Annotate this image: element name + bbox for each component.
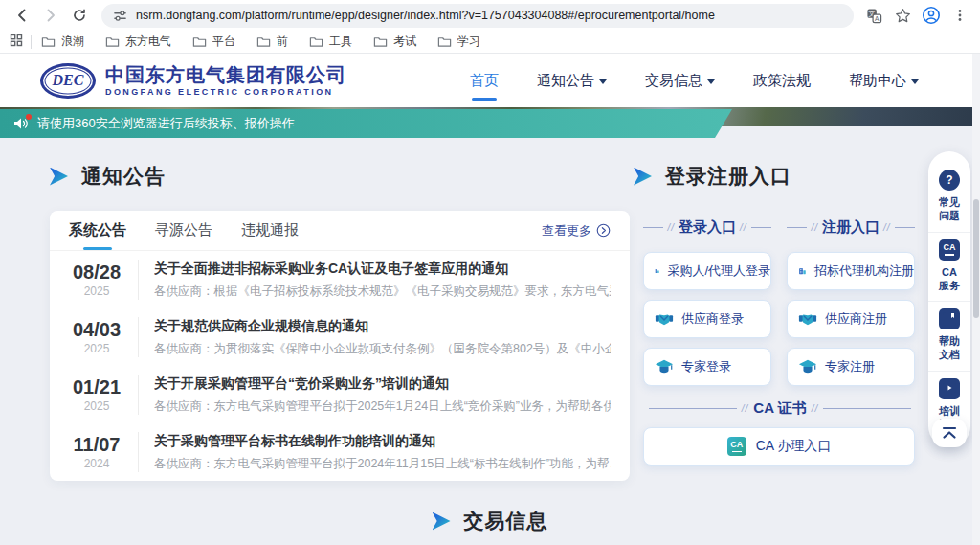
scrollbar-thumb[interactable] <box>973 199 979 318</box>
folder-icon <box>192 35 207 48</box>
notice-row[interactable]: 08/28 2025 关于全面推进非招标采购业务CA认证及电子签章应用的通知 各… <box>50 251 630 308</box>
notice-title: 关于采购管理平台标书在线制作功能培训的通知 <box>154 433 611 450</box>
bookmark-folder[interactable]: 东方电气 <box>105 34 171 50</box>
purchaser-agent-login-button[interactable]: 采购人/代理人登录 <box>643 252 771 290</box>
back-to-top-button[interactable] <box>932 419 967 447</box>
bookmark-label: 考试 <box>393 34 416 50</box>
bookmark-folder[interactable]: 学习 <box>437 34 480 50</box>
notice-title: 关于全面推进非招标采购业务CA认证及电子签章应用的通知 <box>154 261 611 278</box>
trade-info-section: 交易信息 <box>0 508 980 534</box>
notice-row[interactable]: 04/03 2025 关于规范供应商企业规模信息的通知 各供应商：为贯彻落实《保… <box>50 308 630 366</box>
building-icon <box>655 261 659 281</box>
ca-badge-icon: CA <box>727 437 746 456</box>
screen: nsrm.dongfang.com/platform/runtime/epp/d… <box>0 0 980 545</box>
notification-dot <box>26 114 32 120</box>
notice-date: 01/21 2025 <box>69 376 124 413</box>
notices-section-title: 通知公告 <box>50 163 630 190</box>
dec-logo-icon: DEC <box>40 63 96 99</box>
notices-card: 系统公告 寻源公告 违规通报 查看更多 08/28 2025 关于全 <box>50 211 630 481</box>
notice-title: 关于开展采购管理平台“竞价采购业务”培训的通知 <box>154 375 611 393</box>
hero-banner: 请使用360安全浏览器进行后续投标、报价操作 <box>0 107 980 140</box>
tab-system-notices[interactable]: 系统公告 <box>69 211 126 250</box>
ca-icon: CA <box>939 239 960 261</box>
divider <box>138 375 139 415</box>
notice-row[interactable]: 01/21 2025 关于开展采购管理平台“竞价采购业务”培训的通知 各供应商：… <box>50 366 630 423</box>
help-docs-item[interactable]: 帮助文档 <box>928 301 970 371</box>
notice-row[interactable]: 11/07 2024 关于采购管理平台标书在线制作功能培训的通知 各供应商：东方… <box>50 423 630 481</box>
ticker-text: 请使用360安全浏览器进行后续投标、报价操作 <box>37 115 295 132</box>
chevron-down-icon <box>911 79 919 84</box>
bookmark-folder[interactable]: 平台 <box>192 34 235 50</box>
bookmark-folder[interactable]: 工具 <box>309 34 352 50</box>
floating-toolbar: ? 常见问题 CA CA服务 帮助文档 培训视频 <box>928 151 970 447</box>
address-bar[interactable]: nsrm.dongfang.com/platform/runtime/epp/d… <box>101 4 854 28</box>
ca-cert-header: // CA 证书 // <box>634 399 917 418</box>
faq-item[interactable]: ? 常见问题 <box>928 163 970 232</box>
chevron-down-icon <box>599 79 607 84</box>
company-logo[interactable]: DEC 中国东方电气集团有限公司 DONGFANG ELECTRIC CORPO… <box>40 63 346 99</box>
expert-login-button[interactable]: 专家登录 <box>643 348 771 386</box>
login-section-title: 登录注册入口 <box>634 163 917 190</box>
url-text: nsrm.dongfang.com/platform/runtime/epp/d… <box>136 9 715 22</box>
divider <box>138 317 139 357</box>
expert-register-button[interactable]: 专家注册 <box>787 348 915 386</box>
ca-service-item[interactable]: CA CA服务 <box>928 232 970 302</box>
notice-date: 04/03 2025 <box>69 319 124 355</box>
profile-avatar-icon[interactable] <box>919 3 944 28</box>
nav-item-notices[interactable]: 通知公告 <box>537 72 607 90</box>
apps-grid-icon[interactable] <box>10 34 23 51</box>
back-icon[interactable] <box>10 3 34 28</box>
folder-icon <box>309 35 323 48</box>
handshake-icon <box>655 309 674 329</box>
site-nav: 首页 通知公告 交易信息 政策法规 帮助中心 <box>470 72 919 90</box>
entry-buttons-grid: 采购人/代理人登录 招标代理机构注册 供应商登录 供应商注册 专家登录 <box>634 252 917 386</box>
ca-apply-button[interactable]: CA CA 办理入口 <box>643 427 915 466</box>
handshake-icon <box>798 309 817 329</box>
reload-icon[interactable] <box>67 3 92 28</box>
training-video-icon <box>939 378 960 399</box>
supplier-register-button[interactable]: 供应商注册 <box>787 300 915 338</box>
section-arrow-icon <box>50 168 68 186</box>
announcement-ribbon: 请使用360安全浏览器进行后续投标、报价操作 <box>0 109 732 138</box>
folder-icon <box>105 35 120 48</box>
bookmark-folder[interactable]: 浪潮 <box>41 34 84 50</box>
menu-kebab-icon[interactable] <box>947 3 972 28</box>
notice-desc: 各供应商：东方电气采购管理平台拟于2025年1月24日上线“竞价采购”业务，为帮… <box>154 398 611 415</box>
folder-icon <box>437 35 452 48</box>
forward-icon[interactable] <box>38 3 63 28</box>
bookmarks-separator <box>31 35 32 49</box>
divider <box>138 260 139 300</box>
speaker-icon <box>13 117 29 130</box>
bookmark-folder[interactable]: 前 <box>256 34 288 50</box>
tab-sourcing-notices[interactable]: 寻源公告 <box>155 211 212 250</box>
bookmark-star-icon[interactable] <box>890 3 915 28</box>
tune-icon <box>113 9 127 23</box>
section-arrow-icon <box>634 168 652 186</box>
tab-violation-reports[interactable]: 违规通报 <box>241 211 299 250</box>
trade-info-title: 交易信息 <box>464 508 548 534</box>
nav-item-trade-info[interactable]: 交易信息 <box>645 72 715 90</box>
page-title: 通知公告 <box>81 163 166 190</box>
bookmark-label: 东方电气 <box>125 34 171 50</box>
question-icon: ? <box>939 170 960 191</box>
supplier-login-button[interactable]: 供应商登录 <box>643 300 771 338</box>
nav-item-help-center[interactable]: 帮助中心 <box>849 72 919 90</box>
login-entry-header: // 登录入口 // <box>643 218 771 237</box>
bookmark-folder[interactable]: 考试 <box>373 34 416 50</box>
graduation-cap-icon <box>798 357 817 376</box>
translate-icon[interactable]: 文A <box>861 3 886 28</box>
company-name-en: DONGFANG ELECTRIC CORPORATION <box>105 87 346 97</box>
nav-item-policies[interactable]: 政策法规 <box>753 72 811 90</box>
arrow-circle-icon <box>596 223 611 238</box>
site-header: DEC 中国东方电气集团有限公司 DONGFANG ELECTRIC CORPO… <box>0 54 980 107</box>
collapse-up-icon <box>941 425 958 441</box>
page-scrollbar[interactable] <box>972 54 980 545</box>
nav-item-home[interactable]: 首页 <box>470 72 499 90</box>
bookmark-label: 工具 <box>329 34 352 50</box>
notice-title: 关于规范供应商企业规模信息的通知 <box>154 318 611 335</box>
bookmarks-bar: 浪潮 东方电气 平台 前 工具 考试 学习 <box>0 31 980 54</box>
folder-icon <box>41 35 56 48</box>
graduation-cap-icon <box>655 357 674 376</box>
view-more-link[interactable]: 查看更多 <box>542 222 611 239</box>
bidding-agency-register-button[interactable]: 招标代理机构注册 <box>787 252 915 290</box>
